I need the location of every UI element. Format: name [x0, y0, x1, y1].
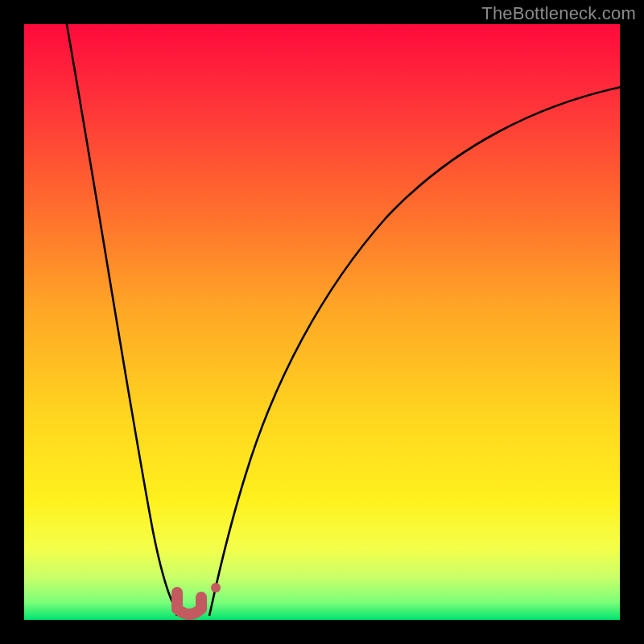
watermark-text: TheBottleneck.com	[481, 3, 636, 24]
right-curve	[209, 87, 620, 616]
marker-dot	[211, 583, 221, 592]
left-curve	[66, 24, 177, 616]
valley-marker	[177, 592, 201, 614]
plot-area	[24, 24, 620, 620]
chart-frame: TheBottleneck.com	[0, 0, 644, 644]
curve-layer	[24, 24, 620, 620]
